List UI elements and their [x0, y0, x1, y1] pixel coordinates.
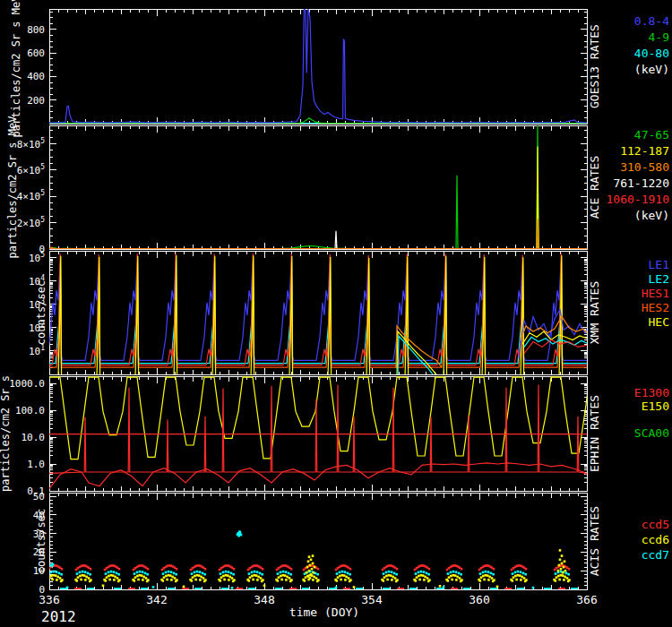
panel-title-ace: ACE RATES — [588, 156, 601, 219]
series-goes13-0.8-4 — [49, 8, 587, 123]
series-ephin-E1300-spikes — [49, 384, 587, 473]
y-tick-label: 600 — [27, 47, 45, 59]
x-ticks — [50, 126, 588, 249]
series-ephin-E150 — [49, 377, 590, 460]
y-tick-label: 10.0 — [22, 432, 46, 443]
legend-ace-item-5: (keV) — [634, 209, 669, 222]
x-tick-label: 342 — [146, 593, 167, 606]
y-tick-label: 100.0 — [15, 405, 45, 417]
panel-xmm: 101102103104105LE1LE2HES1HES2HECXMM RATE… — [29, 251, 669, 377]
x-tick-label: 354 — [361, 593, 383, 606]
panel-acis: 01020304050ccd5ccd6ccd7ACIS RATEScounts/… — [33, 491, 669, 596]
x-tick-label: 360 — [469, 593, 489, 606]
legend-xmm-item-3: HES2 — [642, 301, 669, 314]
legend-acis-item-1: ccd6 — [642, 533, 669, 546]
legend-xmm-item-4: HEC — [649, 315, 669, 329]
panel-ace: 02×1054×1056×1058×10547-65112-187310-580… — [6, 116, 669, 259]
panel-title-xmm: XMM RATES — [588, 281, 601, 344]
legend-acis-item-0: ccd5 — [642, 518, 669, 531]
legend-ace-item-1: 112-187 — [620, 144, 669, 158]
series-ace-310-580 — [49, 219, 587, 249]
panel-goes13: 2004006008000.8-44-940-80(keV)GOES13 RAT… — [10, 0, 669, 137]
series-xmm-LE1 — [47, 258, 587, 360]
legend-ace-item-4: 1060-1910 — [607, 193, 669, 206]
x-axis-year: 2012 — [41, 608, 76, 625]
y-tick-label: 105 — [29, 251, 45, 264]
legend-xmm-item-2: HES1 — [642, 287, 669, 300]
legend-ephin-item-0: E1300 — [634, 386, 669, 399]
panel-box — [50, 126, 588, 250]
legend-goes13-item-0: 0.8-4 — [634, 14, 669, 28]
x-tick-label: 348 — [254, 593, 274, 606]
ylabel-ephin: particles/cm2 Sr s — [0, 375, 12, 492]
legend-goes13-item-1: 4-9 — [649, 30, 669, 44]
series-ace-47-65 — [49, 123, 587, 249]
panel-title-acis: ACIS RATES — [588, 506, 601, 576]
legend-goes13-item-2: 40-80 — [634, 47, 669, 60]
y-tick-label: 6×105 — [17, 163, 46, 176]
panel-box — [50, 10, 588, 125]
y-tick-label: 1.0 — [27, 459, 45, 470]
legend-ace-item-3: 761-1220 — [613, 176, 669, 190]
plot-screen: 2004006008000.8-44-940-80(keV)GOES13 RAT… — [0, 0, 672, 627]
x-axis-label: time (DOY) — [289, 606, 359, 619]
x-tick-label: 336 — [39, 593, 59, 606]
chart: 2004006008000.8-44-940-80(keV)GOES13 RAT… — [0, 0, 672, 627]
panel-title-goes13: GOES13 RATES — [588, 24, 601, 108]
legend-ace-item-2: 310-580 — [620, 160, 669, 174]
panel-title-ephin: EPHIN RATES — [588, 395, 601, 472]
legend-xmm-item-0: LE1 — [649, 258, 669, 271]
ylabel-xmm: counts/sec — [35, 280, 47, 345]
y-tick-label: 2×105 — [17, 216, 46, 229]
y-tick-label: 800 — [27, 24, 45, 36]
x-ticks — [50, 10, 588, 124]
y-tick-label: 8×105 — [17, 137, 46, 150]
series-ace-112-187 — [49, 147, 587, 249]
legend-xmm-item-1: LE2 — [649, 272, 669, 286]
legend-ephin-item-1: E150 — [642, 399, 669, 413]
y-tick-label: 50 — [33, 491, 45, 502]
panel-ephin: 1000.0100.010.01.00.1E1300E150SCA00EPHIN… — [0, 375, 669, 497]
y-tick-label: 101 — [29, 344, 45, 357]
y-tick-label: 200 — [27, 95, 45, 107]
legend-goes13-item-3: (keV) — [634, 63, 669, 76]
legend-acis-item-2: ccd7 — [642, 548, 669, 562]
y-tick-label: 1000.0 — [9, 378, 45, 390]
x-tick-label: 366 — [576, 593, 597, 606]
ylabel-acis: counts/sec — [35, 509, 47, 573]
x-tick-labels: 336342348354360366 — [39, 593, 597, 606]
legend-ace-item-0: 47-65 — [634, 128, 669, 142]
y-tick-label: 4×105 — [17, 189, 46, 202]
legend-ephin-item-3: SCA00 — [634, 426, 669, 440]
y-ticks — [50, 131, 587, 250]
ylabel-ace: particles/cm2 Sr s MeV — [6, 116, 19, 259]
y-tick-label: 400 — [27, 71, 45, 82]
y-ticks — [50, 13, 587, 125]
